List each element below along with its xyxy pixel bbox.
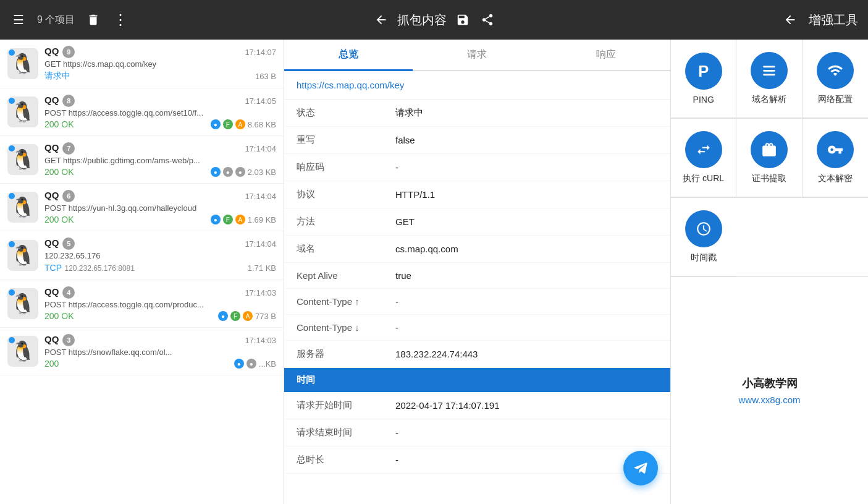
- tool-network[interactable]: 网络配置: [803, 40, 868, 118]
- fields-container: 状态请求中重写false响应码-协议HTTP/1.1方法GET域名cs.map.…: [284, 100, 670, 504]
- field-row: 方法GET: [284, 208, 670, 236]
- meta-icon: ●: [246, 359, 256, 369]
- topbar: ☰ 9 个项目 ⋮ 抓包内容 增强工具: [0, 0, 868, 40]
- avatar: 🐧: [7, 240, 38, 271]
- time-label: 时间戳: [691, 252, 717, 263]
- app-name: QQ9: [44, 46, 75, 58]
- time-section-header: 时间: [284, 368, 670, 392]
- status-badge: 200 OK: [44, 167, 74, 177]
- packet-info: QQ417:14:03POST https://access.toggle.qq…: [44, 286, 276, 321]
- packet-url: POST https://access.toggle.qq.com/set10/…: [44, 108, 276, 117]
- tool-curl[interactable]: 执行 cURL: [671, 119, 736, 197]
- svg-rect-2: [763, 74, 775, 75]
- decode-label: 文本解密: [818, 173, 853, 184]
- topbar-left: ☰ 9 个项目 ⋮: [10, 11, 293, 28]
- packet-list: 🐧QQ917:14:07GET https://cs.map.qq.com/ke…: [0, 40, 284, 504]
- field-value: -: [395, 427, 658, 438]
- tab-request[interactable]: 请求: [413, 40, 541, 70]
- field-row: 状态请求中: [284, 100, 670, 127]
- app-name: QQ4: [44, 286, 75, 299]
- packet-meta: ●FA8.68 KB: [211, 119, 276, 129]
- back2-icon[interactable]: [782, 11, 799, 28]
- detail-url: https://cs.map.qq.com/key: [284, 71, 670, 100]
- field-row: 域名cs.map.qq.com: [284, 236, 670, 263]
- app-name: QQ5: [44, 237, 75, 250]
- tools-row1: P PING 域名解析 网络配置: [671, 40, 868, 119]
- packet-time: 17:14:07: [245, 48, 276, 57]
- field-label: 总时长: [297, 454, 395, 466]
- packet-meta: ●FA1.69 KB: [211, 215, 276, 224]
- field-value: 2022-04-17 17:14:07.191: [395, 400, 658, 411]
- ping-icon: P: [685, 53, 722, 90]
- packet-time: 17:14:04: [245, 192, 276, 201]
- packet-url: POST https://yun-hl.3g.qq.com/halleyclou…: [44, 203, 276, 213]
- delete-icon[interactable]: [85, 11, 102, 28]
- field-value: HTTP/1.1: [395, 189, 658, 200]
- dns-label: 域名解析: [752, 94, 786, 105]
- packet-info: QQ517:14:04120.232.65.176TCP 120.232.65.…: [44, 237, 276, 273]
- tool-decode[interactable]: 文本解密: [803, 119, 868, 197]
- list-item[interactable]: 🐧QQ317:14:03POST https://snowflake.qq.co…: [0, 328, 284, 375]
- svg-rect-0: [763, 66, 775, 67]
- field-value: true: [395, 270, 658, 281]
- packet-time: 17:14:03: [245, 336, 276, 345]
- field-value: -: [395, 296, 658, 307]
- meta-icon: A: [235, 215, 245, 224]
- curl-label: 执行 cURL: [683, 173, 724, 184]
- field-row: 重写false: [284, 127, 670, 154]
- meta-icon: ●: [234, 359, 244, 369]
- meta-icon: ●: [211, 167, 221, 177]
- status-badge: 200: [44, 359, 59, 369]
- main-content: 🐧QQ917:14:07GET https://cs.map.qq.com/ke…: [0, 40, 868, 504]
- network-icon: [817, 52, 854, 89]
- field-value: -: [395, 322, 658, 333]
- field-row: 请求结束时间-: [284, 419, 670, 446]
- field-value: cs.map.qq.com: [395, 244, 658, 254]
- app-name: QQ7: [44, 142, 75, 155]
- packet-info: QQ717:14:04GET https://public.gdtimg.com…: [44, 142, 276, 177]
- meta-icon: A: [235, 119, 245, 129]
- list-item[interactable]: 🐧QQ617:14:04POST https://yun-hl.3g.qq.co…: [0, 184, 284, 231]
- field-label: 响应码: [297, 161, 395, 173]
- packet-time: 17:14:05: [245, 96, 276, 106]
- share-icon[interactable]: [479, 11, 496, 28]
- field-row: 协议HTTP/1.1: [284, 181, 670, 208]
- status-badge: 请求中: [44, 70, 70, 82]
- packet-meta: 163 B: [255, 72, 276, 81]
- telegram-button[interactable]: [623, 451, 658, 485]
- status-row: TCP 120.232.65.176:80811.71 KB: [44, 262, 276, 273]
- tool-dns[interactable]: 域名解析: [736, 40, 802, 118]
- list-item[interactable]: 🐧QQ917:14:07GET https://cs.map.qq.com/ke…: [0, 40, 284, 88]
- tab-overview[interactable]: 总览: [284, 40, 413, 70]
- field-value: 183.232.224.74:443: [395, 349, 658, 359]
- list-item[interactable]: 🐧QQ717:14:04GET https://public.gdtimg.co…: [0, 136, 284, 184]
- tool-cert[interactable]: 证书提取: [736, 119, 802, 197]
- field-value: false: [395, 135, 658, 145]
- list-item[interactable]: 🐧QQ517:14:04120.232.65.176TCP 120.232.65…: [0, 231, 284, 280]
- more-icon[interactable]: ⋮: [112, 11, 129, 28]
- tab-response[interactable]: 响应: [542, 40, 670, 70]
- packet-info: QQ617:14:04POST https://yun-hl.3g.qq.com…: [44, 190, 276, 224]
- save-icon[interactable]: [454, 11, 471, 28]
- topbar-right: 增强工具: [575, 11, 858, 28]
- topbar-center: 抓包内容: [293, 11, 576, 28]
- status-row: 200●●...KB: [44, 359, 276, 369]
- list-item[interactable]: 🐧QQ817:14:05POST https://access.toggle.q…: [0, 88, 284, 136]
- app-name: QQ8: [44, 95, 75, 107]
- field-value: GET: [395, 216, 658, 227]
- packet-url: GET https://cs.map.qq.com/key: [44, 59, 276, 69]
- ping-label: PING: [693, 95, 714, 105]
- list-item[interactable]: 🐧QQ417:14:03POST https://access.toggle.q…: [0, 280, 284, 328]
- menu-icon[interactable]: ☰: [10, 11, 27, 28]
- tools-row3: 时间戳: [671, 198, 868, 277]
- field-label: 域名: [297, 243, 395, 255]
- packet-meta: 1.71 KB: [248, 263, 276, 273]
- svg-rect-1: [763, 70, 775, 72]
- avatar: 🐧: [7, 336, 38, 367]
- tool-ping[interactable]: P PING: [671, 40, 736, 118]
- back-icon[interactable]: [373, 11, 390, 28]
- field-label: 方法: [297, 216, 395, 228]
- packet-url: 120.232.65.176: [44, 251, 276, 260]
- meta-icon: ●: [211, 215, 221, 224]
- tool-time[interactable]: 时间戳: [671, 198, 736, 276]
